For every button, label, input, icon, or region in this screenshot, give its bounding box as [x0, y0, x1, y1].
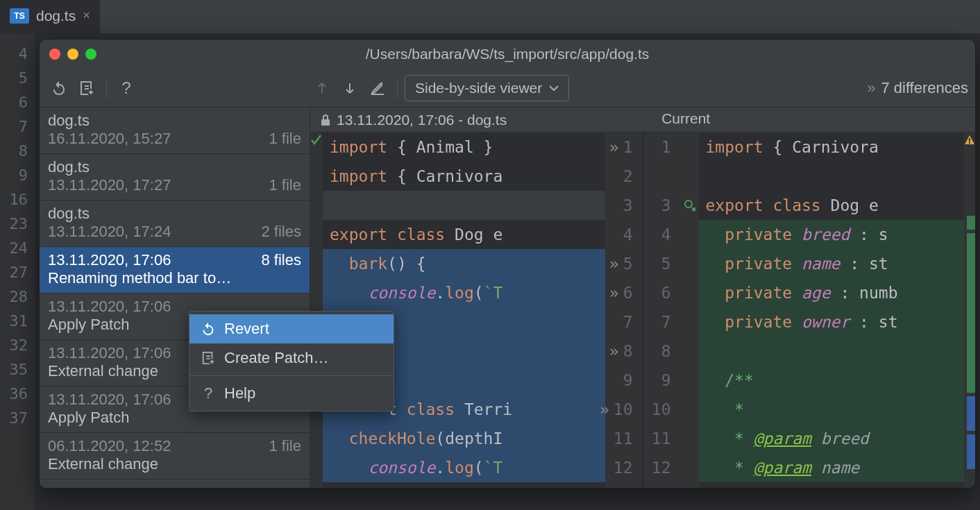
diff-area: 13.11.2020, 17:06 - dog.ts Current impor… — [310, 108, 975, 488]
svg-rect-2 — [321, 119, 330, 126]
typescript-file-icon: TS — [10, 8, 29, 24]
diff-pane-right[interactable]: 13456789101112 import { Carnivoraexport … — [643, 133, 976, 488]
history-item[interactable]: 06.11.2020, 12:521 file External change — [40, 433, 310, 479]
help-icon: ? — [201, 384, 216, 402]
right-marker-strip — [964, 133, 975, 488]
next-diff-button[interactable] — [337, 76, 362, 101]
diff-pane-left[interactable]: import { Animal }import { Carnivoraexpor… — [310, 133, 643, 488]
diff-toolbar: ? Side-by-side viewer » 7 differences — [40, 69, 975, 108]
history-context-menu: Revert Create Patch… ? Help — [189, 311, 394, 411]
svg-rect-5 — [969, 142, 970, 144]
window-title: /Users/barbara/WS/ts_import/src/app/dog.… — [40, 46, 975, 62]
history-item[interactable]: dog.ts 13.11.2020, 17:242 files — [40, 201, 310, 247]
menu-item-help[interactable]: ? Help — [189, 379, 394, 408]
chevron-down-icon — [549, 85, 559, 92]
view-mode-label: Side-by-side viewer — [415, 80, 542, 96]
menu-item-create-patch[interactable]: Create Patch… — [189, 343, 394, 373]
menu-item-revert[interactable]: Revert — [189, 314, 394, 343]
svg-point-3 — [685, 201, 692, 207]
menu-separator — [189, 375, 394, 376]
checkmark-icon — [310, 134, 323, 146]
patch-icon — [201, 351, 216, 365]
lock-icon — [320, 114, 331, 126]
toolbar-separator — [106, 78, 107, 99]
editor-tab-active[interactable]: TS dog.ts × — [0, 0, 100, 33]
editor-tab-filename: dog.ts — [36, 8, 76, 24]
revert-button[interactable] — [47, 76, 71, 101]
editor-tab-bar: TS dog.ts × — [0, 0, 980, 33]
svg-rect-4 — [969, 138, 970, 142]
close-icon[interactable]: × — [83, 8, 90, 23]
host-editor-gutter: 45678916232427283132353637 — [0, 33, 35, 510]
history-item[interactable]: dog.ts 16.11.2020, 15:271 file — [40, 108, 310, 154]
edit-button[interactable] — [365, 76, 390, 101]
history-item[interactable]: 13.11.2020, 17:068 files Renaming method… — [40, 247, 310, 294]
toolbar-separator — [397, 78, 398, 99]
revert-icon — [201, 321, 216, 337]
window-title-bar: /Users/barbara/WS/ts_import/src/app/dog.… — [40, 40, 975, 69]
diff-count: » 7 differences — [867, 79, 968, 97]
prev-diff-button[interactable] — [310, 76, 335, 101]
help-button[interactable]: ? — [114, 76, 139, 101]
history-item[interactable]: dog.ts 13.11.2020, 17:271 file — [40, 154, 310, 201]
diff-header-left: 13.11.2020, 17:06 - dog.ts — [310, 108, 646, 132]
local-history-diff-window: /Users/barbara/WS/ts_import/src/app/dog.… — [39, 39, 976, 488]
history-list[interactable]: dog.ts 16.11.2020, 15:271 filedog.ts 13.… — [40, 108, 310, 488]
create-patch-button[interactable] — [74, 76, 99, 101]
warning-icon — [964, 134, 975, 146]
diff-header-right: Current — [646, 108, 975, 132]
view-mode-dropdown[interactable]: Side-by-side viewer — [405, 75, 569, 101]
